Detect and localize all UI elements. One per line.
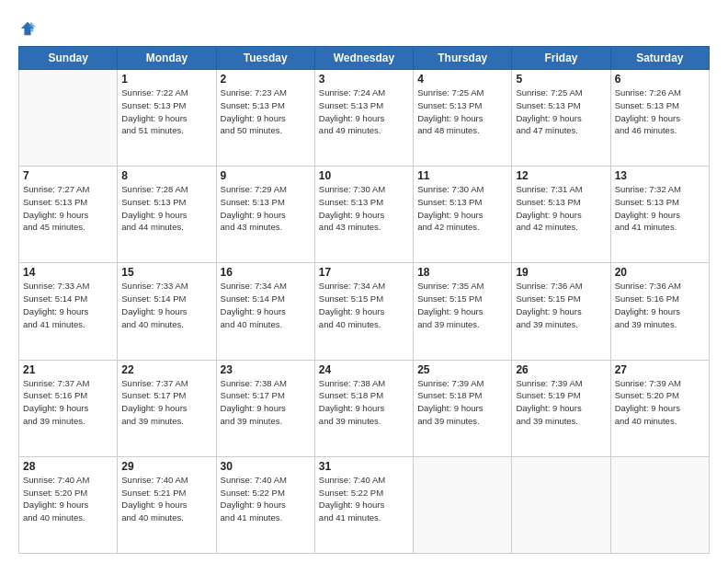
calendar-cell: 12Sunrise: 7:31 AMSunset: 5:13 PMDayligh…	[512, 167, 610, 263]
day-info: Sunrise: 7:30 AMSunset: 5:13 PMDaylight:…	[417, 183, 507, 234]
calendar-cell: 3Sunrise: 7:24 AMSunset: 5:13 PMDaylight…	[314, 70, 413, 167]
day-number: 24	[319, 363, 409, 376]
day-number: 14	[23, 266, 113, 279]
day-number: 8	[121, 169, 211, 182]
calendar-cell: 25Sunrise: 7:39 AMSunset: 5:18 PMDayligh…	[414, 360, 512, 456]
day-number: 16	[221, 266, 311, 279]
day-number: 19	[516, 266, 606, 279]
day-number: 13	[615, 169, 705, 182]
calendar-cell: 19Sunrise: 7:36 AMSunset: 5:15 PMDayligh…	[512, 263, 610, 360]
day-info: Sunrise: 7:36 AMSunset: 5:15 PMDaylight:…	[516, 280, 606, 330]
calendar-cell	[414, 456, 512, 553]
day-info: Sunrise: 7:27 AMSunset: 5:13 PMDaylight:…	[23, 183, 113, 234]
calendar-cell: 6Sunrise: 7:26 AMSunset: 5:13 PMDaylight…	[610, 70, 709, 167]
calendar-cell: 9Sunrise: 7:29 AMSunset: 5:13 PMDaylight…	[216, 167, 314, 263]
calendar-cell: 17Sunrise: 7:34 AMSunset: 5:15 PMDayligh…	[314, 263, 413, 360]
day-info: Sunrise: 7:35 AMSunset: 5:15 PMDaylight:…	[417, 280, 507, 330]
calendar-page: SundayMondayTuesdayWednesdayThursdayFrid…	[0, 0, 728, 563]
day-info: Sunrise: 7:23 AMSunset: 5:13 PMDaylight:…	[221, 86, 311, 137]
day-info: Sunrise: 7:32 AMSunset: 5:13 PMDaylight:…	[615, 183, 705, 234]
day-info: Sunrise: 7:25 AMSunset: 5:13 PMDaylight:…	[417, 86, 507, 137]
calendar-day-header: Friday	[512, 47, 610, 70]
calendar-cell: 22Sunrise: 7:37 AMSunset: 5:17 PMDayligh…	[118, 360, 216, 456]
day-number: 23	[221, 363, 311, 376]
day-number: 9	[221, 169, 311, 182]
day-info: Sunrise: 7:37 AMSunset: 5:16 PMDaylight:…	[23, 377, 113, 428]
calendar-cell	[512, 456, 610, 553]
day-number: 5	[516, 73, 606, 86]
day-number: 12	[516, 169, 606, 182]
day-info: Sunrise: 7:29 AMSunset: 5:13 PMDaylight:…	[221, 183, 311, 234]
calendar-day-header: Saturday	[610, 47, 709, 70]
day-number: 21	[23, 363, 113, 376]
calendar-week-row: 14Sunrise: 7:33 AMSunset: 5:14 PMDayligh…	[19, 263, 710, 360]
day-number: 3	[319, 73, 409, 86]
calendar-cell: 20Sunrise: 7:36 AMSunset: 5:16 PMDayligh…	[610, 263, 709, 360]
day-number: 6	[615, 73, 705, 86]
logo	[18, 20, 36, 37]
day-number: 10	[319, 169, 409, 182]
calendar-day-header: Thursday	[414, 47, 512, 70]
day-info: Sunrise: 7:39 AMSunset: 5:19 PMDaylight:…	[516, 377, 606, 428]
day-info: Sunrise: 7:40 AMSunset: 5:21 PMDaylight:…	[121, 474, 211, 524]
calendar-cell: 4Sunrise: 7:25 AMSunset: 5:13 PMDaylight…	[414, 70, 512, 167]
day-info: Sunrise: 7:34 AMSunset: 5:15 PMDaylight:…	[319, 280, 409, 330]
day-number: 20	[615, 266, 705, 279]
day-info: Sunrise: 7:22 AMSunset: 5:13 PMDaylight:…	[121, 86, 211, 137]
day-info: Sunrise: 7:26 AMSunset: 5:13 PMDaylight:…	[615, 86, 705, 137]
calendar-cell: 1Sunrise: 7:22 AMSunset: 5:13 PMDaylight…	[118, 70, 216, 167]
calendar-cell: 7Sunrise: 7:27 AMSunset: 5:13 PMDaylight…	[19, 167, 118, 263]
day-number: 28	[23, 460, 113, 473]
day-info: Sunrise: 7:38 AMSunset: 5:17 PMDaylight:…	[221, 377, 311, 428]
calendar-cell: 28Sunrise: 7:40 AMSunset: 5:20 PMDayligh…	[19, 456, 118, 553]
day-info: Sunrise: 7:40 AMSunset: 5:20 PMDaylight:…	[23, 474, 113, 524]
logo-icon	[19, 20, 36, 37]
day-info: Sunrise: 7:25 AMSunset: 5:13 PMDaylight:…	[516, 86, 606, 137]
calendar-table: SundayMondayTuesdayWednesdayThursdayFrid…	[18, 46, 710, 554]
calendar-cell: 18Sunrise: 7:35 AMSunset: 5:15 PMDayligh…	[414, 263, 512, 360]
day-info: Sunrise: 7:33 AMSunset: 5:14 PMDaylight:…	[121, 280, 211, 330]
day-info: Sunrise: 7:31 AMSunset: 5:13 PMDaylight:…	[516, 183, 606, 234]
calendar-cell: 10Sunrise: 7:30 AMSunset: 5:13 PMDayligh…	[314, 167, 413, 263]
day-number: 4	[417, 73, 507, 86]
day-info: Sunrise: 7:38 AMSunset: 5:18 PMDaylight:…	[319, 377, 409, 428]
calendar-week-row: 28Sunrise: 7:40 AMSunset: 5:20 PMDayligh…	[19, 456, 710, 553]
day-number: 17	[319, 266, 409, 279]
calendar-cell: 13Sunrise: 7:32 AMSunset: 5:13 PMDayligh…	[610, 167, 709, 263]
day-info: Sunrise: 7:28 AMSunset: 5:13 PMDaylight:…	[121, 183, 211, 234]
day-info: Sunrise: 7:36 AMSunset: 5:16 PMDaylight:…	[615, 280, 705, 330]
day-info: Sunrise: 7:33 AMSunset: 5:14 PMDaylight:…	[23, 280, 113, 330]
day-number: 22	[121, 363, 211, 376]
calendar-cell: 8Sunrise: 7:28 AMSunset: 5:13 PMDaylight…	[118, 167, 216, 263]
day-info: Sunrise: 7:30 AMSunset: 5:13 PMDaylight:…	[319, 183, 409, 234]
day-number: 7	[23, 169, 113, 182]
calendar-cell: 14Sunrise: 7:33 AMSunset: 5:14 PMDayligh…	[19, 263, 118, 360]
day-number: 26	[516, 363, 606, 376]
day-info: Sunrise: 7:39 AMSunset: 5:20 PMDaylight:…	[615, 377, 705, 428]
calendar-cell: 23Sunrise: 7:38 AMSunset: 5:17 PMDayligh…	[216, 360, 314, 456]
calendar-cell: 11Sunrise: 7:30 AMSunset: 5:13 PMDayligh…	[414, 167, 512, 263]
calendar-header-row: SundayMondayTuesdayWednesdayThursdayFrid…	[19, 47, 710, 70]
day-info: Sunrise: 7:39 AMSunset: 5:18 PMDaylight:…	[417, 377, 507, 428]
day-info: Sunrise: 7:40 AMSunset: 5:22 PMDaylight:…	[221, 474, 311, 524]
calendar-cell	[610, 456, 709, 553]
calendar-cell: 21Sunrise: 7:37 AMSunset: 5:16 PMDayligh…	[19, 360, 118, 456]
calendar-day-header: Monday	[118, 47, 216, 70]
header	[18, 17, 710, 37]
calendar-cell: 16Sunrise: 7:34 AMSunset: 5:14 PMDayligh…	[216, 263, 314, 360]
calendar-cell: 30Sunrise: 7:40 AMSunset: 5:22 PMDayligh…	[216, 456, 314, 553]
calendar-week-row: 1Sunrise: 7:22 AMSunset: 5:13 PMDaylight…	[19, 70, 710, 167]
day-number: 27	[615, 363, 705, 376]
calendar-day-header: Tuesday	[216, 47, 314, 70]
day-info: Sunrise: 7:34 AMSunset: 5:14 PMDaylight:…	[221, 280, 311, 330]
calendar-cell	[19, 70, 118, 167]
day-number: 15	[121, 266, 211, 279]
calendar-week-row: 21Sunrise: 7:37 AMSunset: 5:16 PMDayligh…	[19, 360, 710, 456]
calendar-day-header: Wednesday	[314, 47, 413, 70]
day-info: Sunrise: 7:24 AMSunset: 5:13 PMDaylight:…	[319, 86, 409, 137]
day-number: 25	[417, 363, 507, 376]
day-number: 1	[121, 73, 211, 86]
calendar-cell: 29Sunrise: 7:40 AMSunset: 5:21 PMDayligh…	[118, 456, 216, 553]
day-number: 18	[417, 266, 507, 279]
day-number: 2	[221, 73, 311, 86]
